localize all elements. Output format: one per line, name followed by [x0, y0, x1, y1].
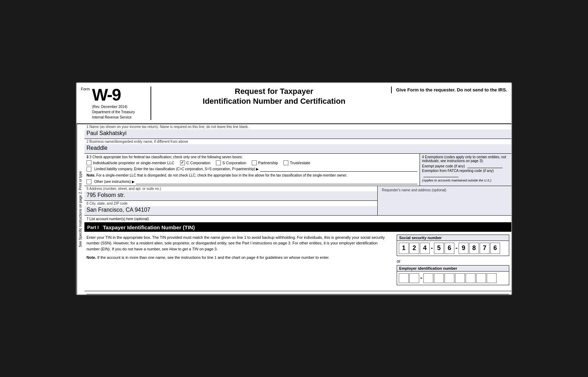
address-left: 5 Address (number, street, and apt. or s… — [84, 186, 378, 215]
ein-digit-6 — [455, 273, 465, 283]
form-meta: (Rev. December 2014) Department of the T… — [92, 104, 135, 120]
checkbox-individual-box[interactable] — [87, 160, 91, 165]
checkbox-trust: Trust/estate — [283, 160, 310, 165]
requester-section: Requester's name and address (optional) — [378, 186, 511, 215]
section-3: 3 3 Check appropriate box for federal ta… — [84, 154, 420, 186]
checkbox-s-corp-box[interactable] — [216, 160, 221, 165]
ein-digit-7 — [466, 273, 475, 283]
exempt-fatca-line — [423, 177, 459, 177]
ein-digit-4 — [434, 273, 444, 283]
form-header: Form W-9 (Rev. December 2014) Department… — [77, 83, 511, 124]
form-main-content: 1 Name (as shown on your income tax retu… — [84, 124, 511, 294]
checkbox-c-corp: ✓ C Corporation — [180, 160, 210, 165]
applies-text: (Applies to accounts maintained outside … — [422, 179, 509, 182]
ssn-digit-7: 8 — [469, 243, 479, 254]
checkbox-trust-box[interactable] — [283, 160, 288, 165]
w9-form: Form W-9 (Rev. December 2014) Department… — [76, 82, 512, 295]
llc-line — [260, 167, 417, 172]
exempt-fatca-row: Exemption from FATCA reporting code (if … — [422, 169, 509, 173]
ssn-digit-1: 1 — [399, 243, 409, 254]
ein-digits: - — [397, 271, 509, 285]
checkbox-partnership: Partnership — [252, 160, 278, 165]
field3-label: 3 3 Check appropriate box for federal ta… — [87, 155, 417, 159]
ein-sep: - — [420, 274, 423, 282]
form-title: Request for Taxpayer Identification Numb… — [164, 87, 384, 107]
ein-label: Employer identification number — [397, 266, 509, 271]
exempt-fatca-line-row — [422, 173, 509, 177]
bottom-line — [87, 294, 509, 294]
ein-digit-8 — [476, 273, 486, 283]
ein-digit-2 — [409, 273, 419, 283]
llc-row: Limited liability company. Enter the tax… — [87, 167, 417, 172]
ssn-label: Social security number — [397, 235, 509, 241]
part-i-content: Enter your TIN in the appropriate box. T… — [84, 232, 511, 291]
checkbox-other-box[interactable] — [87, 179, 91, 184]
ssn-digit-2: 2 — [409, 243, 419, 254]
field5-row: 5 Address (number, street, and apt. or s… — [84, 186, 377, 201]
field5-value: 795 Folsom str. — [84, 191, 377, 200]
exempt-payee-line — [467, 168, 503, 168]
ein-digit-1 — [399, 273, 409, 283]
ssn-box: Social security number 1 2 4 - 5 6 - 9 8… — [397, 235, 509, 256]
requester-label: Requester's name and address (optional) — [380, 187, 509, 193]
field2-value: Readdle — [84, 144, 511, 153]
checkbox-partnership-box[interactable] — [252, 160, 257, 165]
ssn-digit-3: 4 — [420, 243, 430, 254]
part-i-header: Part I Taxpayer Identification Number (T… — [84, 223, 511, 232]
sidebar-label: See Specific Instructions on page 2. Pri… — [77, 124, 84, 294]
ssn-digit-8: 7 — [480, 243, 490, 254]
form-label: Form — [81, 87, 90, 91]
ein-digit-3 — [423, 273, 433, 283]
field4-title: 4 Exemptions (codes apply only to certai… — [422, 155, 509, 163]
checkbox-s-corp: S Corporation — [216, 160, 246, 165]
field6-value: San Francisco, CA 94107 — [84, 206, 377, 215]
checkbox-llc-box[interactable] — [87, 167, 91, 172]
checkbox-individual: Individual/sole proprietor or single-mem… — [87, 160, 174, 165]
ssn-sep-1: - — [430, 244, 434, 252]
field1-label: 1 Name (as shown on your income tax retu… — [84, 124, 511, 129]
form-id-section: Form W-9 (Rev. December 2014) Department… — [81, 87, 151, 120]
field6-row: 6 City, state, and ZIP code San Francisc… — [84, 201, 377, 215]
field7-row: 7 List account number(s) here (optional) — [84, 216, 511, 223]
ssn-digit-9: 6 — [490, 243, 500, 254]
section-3-4: 3 3 Check appropriate box for federal ta… — [84, 154, 511, 186]
give-form-notice: Give Form to the requester. Do not send … — [391, 87, 507, 94]
other-row: Other (see instructions) ▶ — [87, 179, 417, 184]
note-text: Note. For a single-member LLC that is di… — [87, 173, 417, 178]
or-text: or — [397, 259, 509, 264]
checkboxes-row: Individual/sole proprietor or single-mem… — [87, 160, 417, 165]
address-section: 5 Address (number, street, and apt. or s… — [84, 186, 511, 216]
exempt-payee-row: Exempt payee code (if any) — [422, 164, 509, 168]
part-i-text: Enter your TIN in the appropriate box. T… — [87, 235, 391, 288]
field6-label: 6 City, state, and ZIP code — [84, 201, 377, 206]
form-body: See Specific Instructions on page 2. Pri… — [77, 124, 511, 294]
field5-label: 5 Address (number, street, and apt. or s… — [84, 186, 377, 191]
other-line — [136, 179, 417, 184]
ein-box: Employer identification number - — [397, 265, 509, 285]
ssn-digit-4: 5 — [434, 243, 444, 254]
ssn-digit-6: 9 — [459, 243, 468, 254]
part-i-title: Taxpayer Identification Number (TIN) — [103, 224, 195, 230]
section-4: 4 Exemptions (codes apply only to certai… — [420, 154, 511, 186]
field1-row: 1 Name (as shown on your income tax retu… — [84, 124, 511, 139]
tin-section: Social security number 1 2 4 - 5 6 - 9 8… — [397, 235, 509, 288]
ssn-digit-5: 6 — [445, 243, 454, 254]
form-title-section: Request for Taxpayer Identification Numb… — [157, 87, 391, 107]
ein-digit-9 — [487, 273, 497, 283]
form-number: W-9 — [92, 87, 135, 103]
part-i-label: Part I — [87, 225, 99, 230]
ssn-sep-2: - — [455, 244, 458, 252]
field2-row: 2 Business name/disregarded entity name,… — [84, 139, 511, 154]
field1-value: Paul Sakhatskyi — [84, 129, 511, 139]
checkbox-c-corp-box[interactable]: ✓ — [180, 160, 185, 165]
field2-label: 2 Business name/disregarded entity name,… — [84, 139, 511, 144]
ssn-digits: 1 2 4 - 5 6 - 9 8 7 6 — [397, 241, 509, 256]
ein-digit-5 — [445, 273, 454, 283]
